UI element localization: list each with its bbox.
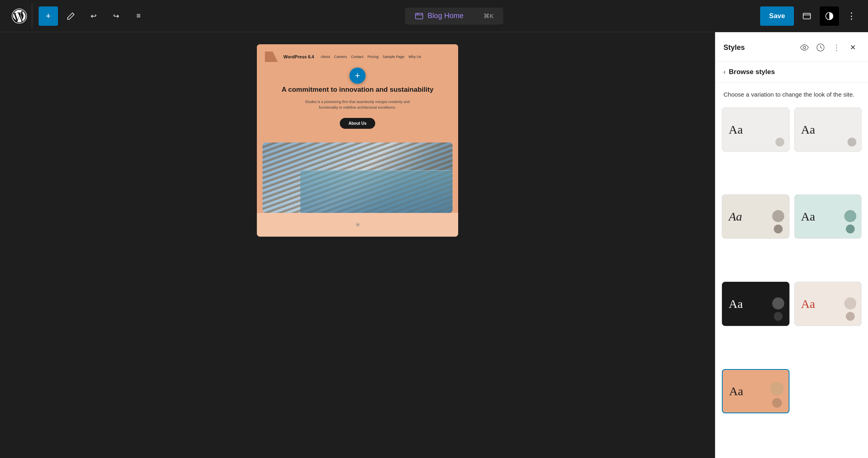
style-swatch-light[interactable]: Aa [794, 107, 862, 152]
styles-description: Choose a variation to change the look of… [715, 83, 868, 104]
swatch-label: Aa [801, 123, 815, 136]
swatch-circles [772, 210, 784, 233]
style-swatch-salmon[interactable]: Aa [722, 369, 789, 413]
arch-image-visual [262, 142, 453, 213]
swatch-circle-1 [844, 210, 856, 222]
add-block-button[interactable]: + [39, 6, 58, 26]
swatch-inner: Aa [722, 195, 789, 238]
styles-grid: Aa Aa Aa [715, 104, 868, 458]
style-swatch-dark[interactable]: Aa [722, 282, 789, 326]
architecture-image [262, 142, 453, 213]
add-block-inline-button[interactable]: + [349, 68, 366, 84]
swatch-label: Aa [801, 210, 815, 223]
swatch-inner: Aa [723, 370, 789, 413]
swatch-circle-1 [775, 138, 784, 146]
swatch-label: Aa [729, 210, 742, 223]
view-toggle-button[interactable] [797, 6, 816, 26]
save-button[interactable]: Save [760, 6, 794, 26]
styles-preview-button[interactable] [797, 40, 812, 55]
swatch-inner: Aa [795, 195, 862, 238]
toolbar: + ↩ ↪ ≡ Blog Home ⌘K Save [0, 0, 868, 32]
swatch-label: Aa [729, 297, 743, 311]
hero-description: Études is a pioneering firm that seamles… [297, 99, 418, 111]
swatch-circle-1 [847, 138, 856, 146]
swatch-circle-2 [846, 312, 855, 321]
swatch-circle-2 [774, 225, 783, 233]
browse-styles-title: Browse styles [729, 68, 775, 76]
preview-nav: WordPress 6.4 About Careers Contact Pric… [257, 44, 458, 69]
nav-sample-page[interactable]: Sample Page [382, 55, 404, 59]
hero-cta-button[interactable]: About Us [340, 118, 375, 129]
swatch-circles [847, 138, 856, 146]
style-swatch-cream[interactable]: Aa [722, 194, 789, 239]
swatch-circles [775, 138, 784, 146]
swatch-circles [770, 382, 784, 408]
swatch-inner: Aa [722, 282, 789, 326]
back-icon: ‹ [723, 68, 725, 76]
nav-links: About Careers Contact Pricing Sample Pag… [320, 55, 421, 59]
styles-header-icons: ⋮ ✕ [797, 40, 860, 55]
more-options-button[interactable]: ⋮ [842, 6, 862, 26]
preview-card: WordPress 6.4 About Careers Contact Pric… [257, 44, 458, 237]
page-title: Blog Home [428, 12, 463, 20]
swatch-label: Aa [729, 123, 743, 136]
styles-back-button[interactable]: ‹ Browse styles [715, 62, 868, 83]
toolbar-center: Blog Home ⌘K [151, 8, 757, 25]
undo-button[interactable]: ↩ [84, 6, 103, 26]
toolbar-right: Save ⋮ [760, 6, 862, 26]
swatch-inner: Aa [795, 108, 862, 151]
redo-button[interactable]: ↪ [106, 6, 126, 26]
svg-rect-4 [803, 13, 810, 19]
styles-close-button[interactable]: ✕ [845, 40, 860, 55]
nav-why-us[interactable]: Why Us [408, 55, 421, 59]
swatch-inner: Aa [795, 282, 862, 326]
styles-history-button[interactable] [813, 40, 828, 55]
swatch-circle-2 [846, 225, 855, 233]
style-swatch-default[interactable]: Aa [722, 107, 789, 152]
styles-header: Styles ⋮ ✕ [715, 32, 868, 62]
swatch-circle-1 [772, 210, 784, 222]
nav-about[interactable]: About [320, 55, 330, 59]
swatch-label: Aa [729, 384, 743, 398]
swatch-circle-2 [774, 312, 783, 321]
styles-panel: Styles ⋮ ✕ ‹ Br [715, 32, 868, 458]
swatch-circle-1 [844, 297, 856, 309]
page-title-bar[interactable]: Blog Home ⌘K [405, 8, 503, 25]
swatch-inner: Aa [722, 108, 789, 151]
style-swatch-red[interactable]: Aa [794, 282, 862, 326]
swatch-circles [844, 297, 856, 321]
swatch-circles [844, 210, 856, 233]
keyboard-shortcut: ⌘K [484, 12, 494, 20]
styles-title: Styles [723, 43, 745, 52]
canvas-area: WordPress 6.4 About Careers Contact Pric… [0, 32, 715, 458]
nav-contact[interactable]: Contact [351, 55, 364, 59]
nav-careers[interactable]: Careers [334, 55, 347, 59]
style-swatch-mint[interactable]: Aa [794, 194, 862, 239]
swatch-label: Aa [801, 297, 815, 311]
styles-more-button[interactable]: ⋮ [829, 40, 844, 55]
main-area: WordPress 6.4 About Careers Contact Pric… [0, 32, 868, 458]
edit-tool-button[interactable] [61, 6, 81, 26]
wp-logo [6, 3, 32, 29]
menu-button[interactable]: ≡ [129, 6, 148, 26]
swatch-circle-2 [772, 398, 782, 408]
site-logo-icon [265, 52, 278, 62]
hero-title: A commitment to innovation and sustainab… [269, 85, 446, 94]
svg-rect-1 [415, 13, 423, 19]
footer-symbol: ✳ [355, 221, 360, 228]
swatch-circle-1 [772, 297, 784, 309]
preview-footer: ✳ [257, 213, 458, 237]
color-scheme-button[interactable] [820, 6, 839, 26]
swatch-circle-1 [770, 382, 784, 396]
nav-pricing[interactable]: Pricing [368, 55, 379, 59]
svg-point-7 [803, 46, 806, 49]
site-name: WordPress 6.4 [283, 54, 314, 59]
swatch-circles [772, 297, 784, 321]
